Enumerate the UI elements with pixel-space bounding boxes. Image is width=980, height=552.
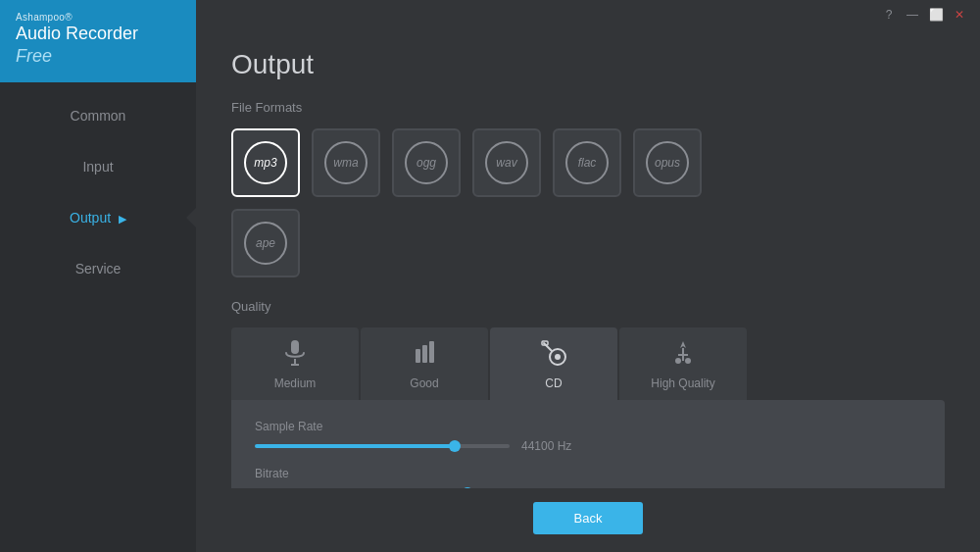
help-icon[interactable]: ? — [880, 6, 898, 24]
tab-medium[interactable]: Medium — [231, 327, 359, 400]
app-title-text: Audio Recorder — [16, 24, 138, 43]
file-formats-label: File Formats — [231, 100, 945, 115]
format-ogg[interactable]: ogg — [392, 128, 461, 197]
close-icon[interactable]: ✕ — [951, 6, 968, 24]
maximize-icon[interactable]: ⬜ — [927, 6, 945, 24]
sidebar-item-service[interactable]: Service — [0, 243, 196, 294]
sample-rate-value: 44100 Hz — [521, 439, 571, 453]
high-quality-icon — [670, 339, 696, 371]
format-wma-icon: wma — [324, 141, 368, 184]
content-area: Output File Formats mp3 wma ogg wav flac… — [196, 29, 980, 488]
nav-menu: Common Input Output ▶ Service — [0, 90, 196, 294]
format-mp3-icon: mp3 — [244, 141, 287, 184]
topbar: ? — ⬜ ✕ — [196, 0, 980, 29]
bottom-bar: Back — [196, 488, 980, 552]
format-mp3[interactable]: mp3 — [231, 128, 300, 197]
format-opus-icon: opus — [646, 141, 689, 184]
sample-rate-row: Sample Rate 44100 Hz — [255, 420, 921, 453]
sample-rate-slider-container: 44100 Hz — [255, 439, 921, 453]
app-brand: Ashampoo® — [16, 12, 180, 23]
main-panel: ? — ⬜ ✕ Output File Formats mp3 wma ogg … — [196, 0, 980, 552]
back-button[interactable]: Back — [533, 502, 644, 534]
sample-rate-label: Sample Rate — [255, 420, 921, 433]
formats-row-1: mp3 wma ogg wav flac opus — [231, 128, 945, 197]
tab-medium-label: Medium — [274, 376, 317, 390]
tab-high-quality[interactable]: High Quality — [619, 327, 747, 400]
svg-rect-0 — [291, 340, 299, 354]
format-flac-icon: flac — [565, 141, 609, 184]
quality-section: Quality Medium — [231, 299, 945, 488]
format-flac[interactable]: flac — [553, 128, 621, 197]
tab-good[interactable]: Good — [361, 327, 488, 400]
sidebar: Ashampoo® Audio Recorder Free Common Inp… — [0, 0, 196, 552]
format-wav-icon: wav — [485, 141, 528, 184]
svg-rect-3 — [416, 349, 420, 363]
tab-good-label: Good — [410, 376, 438, 390]
quality-panel: Sample Rate 44100 Hz Bitrate 320 kBit/s — [231, 400, 945, 488]
quality-label: Quality — [231, 299, 945, 314]
sample-rate-slider[interactable] — [255, 444, 510, 448]
svg-point-12 — [675, 358, 681, 364]
minimize-icon[interactable]: — — [904, 6, 921, 24]
format-ape[interactable]: ape — [231, 209, 300, 277]
app-header: Ashampoo® Audio Recorder Free — [0, 0, 196, 82]
svg-point-7 — [555, 354, 561, 360]
formats-row-2: ape — [231, 209, 945, 277]
tab-cd-label: CD — [545, 376, 562, 390]
sidebar-item-common[interactable]: Common — [0, 90, 196, 141]
format-opus[interactable]: opus — [633, 128, 702, 197]
svg-rect-4 — [422, 345, 427, 363]
app-title: Audio Recorder Free — [16, 23, 180, 69]
sidebar-item-input[interactable]: Input — [0, 141, 196, 192]
sidebar-item-output[interactable]: Output ▶ — [0, 192, 196, 243]
page-title: Output — [231, 49, 945, 80]
tab-cd[interactable]: CD — [490, 327, 617, 400]
medium-icon — [282, 339, 308, 371]
format-ape-icon: ape — [244, 222, 287, 265]
bitrate-row: Bitrate 320 kBit/s — [255, 467, 921, 488]
format-ogg-icon: ogg — [405, 141, 448, 184]
bitrate-label: Bitrate — [255, 467, 921, 480]
good-icon — [412, 339, 437, 371]
svg-point-13 — [685, 358, 691, 364]
format-wma[interactable]: wma — [312, 128, 380, 197]
output-arrow: ▶ — [119, 213, 126, 225]
tab-high-quality-label: High Quality — [651, 376, 714, 390]
quality-tabs: Medium Good — [231, 327, 945, 400]
cd-icon — [540, 339, 567, 371]
format-wav[interactable]: wav — [472, 128, 541, 197]
app-title-free: Free — [16, 46, 52, 66]
svg-rect-5 — [429, 341, 434, 363]
